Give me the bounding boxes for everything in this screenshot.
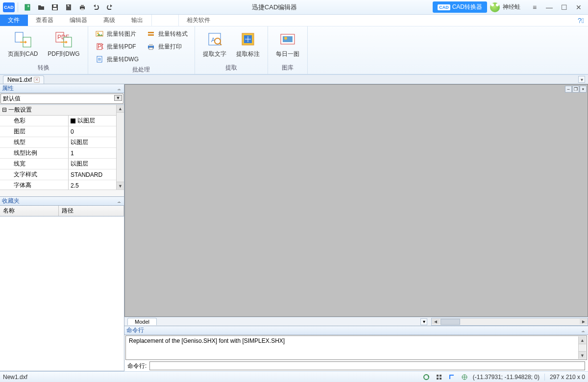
canvas-minimize-icon[interactable]: – bbox=[565, 86, 572, 93]
ortho-icon[interactable] bbox=[447, 373, 456, 382]
svg-rect-25 bbox=[149, 48, 153, 49]
properties-grid: 一般设置 色彩以图层图层0线型以图层线型比例1线宽以图层文字样式STANDARD… bbox=[0, 105, 124, 190]
app-title: 迅捷CAD编辑器 bbox=[116, 3, 433, 12]
save-icon[interactable] bbox=[49, 2, 61, 13]
tab-related-software[interactable]: 相关软件 bbox=[179, 15, 219, 26]
svg-rect-5 bbox=[53, 5, 56, 7]
daily-image-button[interactable]: 每日一图 bbox=[273, 28, 302, 60]
doc-tabs-chevron-icon[interactable]: ▾ bbox=[578, 76, 585, 83]
favorites-col-name[interactable]: 名称 bbox=[0, 206, 59, 216]
favorites-title: 收藏夹 bbox=[2, 197, 20, 205]
redo-icon[interactable] bbox=[103, 2, 116, 13]
batch-print-button[interactable]: 批量打印 bbox=[145, 41, 190, 52]
pin-icon[interactable]: ⫠ bbox=[117, 86, 122, 92]
svg-rect-6 bbox=[66, 4, 71, 10]
command-output: Replacement of the [Geniso.SHX] font wit… bbox=[125, 335, 587, 360]
property-value[interactable]: 1 bbox=[69, 148, 116, 159]
svg-rect-9 bbox=[81, 8, 84, 10]
close-button[interactable]: ✕ bbox=[572, 2, 585, 13]
avatar-icon[interactable] bbox=[490, 2, 500, 12]
property-value[interactable]: 2.5 bbox=[69, 180, 116, 190]
svg-rect-4 bbox=[53, 8, 57, 10]
ribbon: 页面到CAD PDF PDF到DWG 转换 批量转图片 PDF批量转PDF 批量… bbox=[0, 26, 588, 74]
canvas[interactable]: – ❐ × bbox=[124, 84, 588, 317]
undo-icon[interactable] bbox=[90, 2, 102, 13]
status-dimensions: 297 x 210 x 0 bbox=[544, 374, 585, 381]
maximize-button[interactable]: ☐ bbox=[558, 2, 570, 13]
property-value[interactable]: 以图层 bbox=[69, 159, 116, 169]
property-label: 线宽 bbox=[0, 159, 69, 169]
command-title: 命令行 bbox=[126, 326, 144, 334]
doc-close-icon[interactable]: × bbox=[34, 77, 40, 83]
pin-icon[interactable]: ⫠ bbox=[117, 198, 122, 204]
favorites-list bbox=[0, 216, 124, 371]
svg-text:PDF: PDF bbox=[98, 43, 103, 50]
pdf-to-dwg-button[interactable]: PDF PDF到DWG bbox=[45, 28, 82, 60]
favorites-col-path[interactable]: 路径 bbox=[59, 206, 124, 216]
pin-icon[interactable]: ⫠ bbox=[581, 328, 586, 334]
svg-rect-2 bbox=[28, 5, 28, 7]
property-value[interactable]: 以图层 bbox=[69, 137, 116, 148]
favorites-panel: 收藏夹⫠ 名称 路径 bbox=[0, 197, 124, 371]
user-name[interactable]: 神经蛙 bbox=[503, 3, 520, 11]
properties-selector[interactable]: 默认值 bbox=[0, 94, 123, 104]
osnap-icon[interactable] bbox=[460, 373, 469, 382]
batch-dwg-button[interactable]: 批量转DWG bbox=[93, 54, 141, 65]
svg-rect-35 bbox=[437, 375, 439, 377]
svg-rect-32 bbox=[283, 36, 293, 42]
svg-point-16 bbox=[97, 32, 99, 34]
property-label: 线型比例 bbox=[0, 148, 69, 159]
export-pdf-icon[interactable] bbox=[62, 2, 75, 13]
batch-format-button[interactable]: 批量转格式 bbox=[145, 28, 190, 39]
command-scrollbar[interactable]: ▲▼ bbox=[578, 336, 586, 359]
properties-panel: 属性⫠ 默认值 一般设置 色彩以图层图层0线型以图层线型比例1线宽以图层文字样式… bbox=[0, 84, 124, 197]
page-to-cad-button[interactable]: 页面到CAD bbox=[5, 28, 41, 60]
batch-pdf-button[interactable]: PDF批量转PDF bbox=[93, 41, 141, 52]
horizontal-scrollbar[interactable]: ◄► bbox=[431, 318, 588, 326]
print-icon[interactable] bbox=[76, 2, 89, 13]
tab-file[interactable]: 文件 bbox=[0, 15, 28, 26]
model-tab-bar: Model ▾ ◄► bbox=[124, 317, 588, 326]
svg-rect-36 bbox=[440, 375, 441, 377]
app-icon: CAD bbox=[3, 2, 15, 12]
open-folder-icon[interactable] bbox=[35, 2, 48, 13]
command-prompt-label: 命令行: bbox=[127, 362, 147, 370]
canvas-restore-icon[interactable]: ❐ bbox=[572, 86, 579, 93]
refresh-icon[interactable] bbox=[422, 373, 431, 382]
minimize-button[interactable]: — bbox=[543, 2, 556, 13]
tab-blank[interactable] bbox=[151, 15, 179, 26]
batch-image-button[interactable]: 批量转图片 bbox=[93, 28, 141, 39]
model-chevron-icon[interactable]: ▾ bbox=[420, 318, 427, 325]
property-label: 文字样式 bbox=[0, 169, 69, 180]
document-tab-bar: New1.dxf× ▾ bbox=[0, 74, 588, 84]
property-label: 字体高 bbox=[0, 180, 69, 190]
help-icon[interactable]: ?⃝ bbox=[578, 15, 584, 26]
command-input[interactable] bbox=[149, 361, 585, 370]
tab-viewer[interactable]: 查看器 bbox=[28, 15, 62, 26]
tab-output[interactable]: 输出 bbox=[123, 15, 151, 26]
status-coords: (-11.37931; -11.94828; 0) bbox=[473, 374, 539, 381]
properties-scrollbar[interactable]: ▲▼ bbox=[116, 105, 124, 190]
menu-icon[interactable]: ≡ bbox=[528, 2, 541, 13]
properties-section[interactable]: 一般设置 bbox=[0, 105, 116, 116]
property-value[interactable]: 0 bbox=[69, 126, 116, 137]
new-file-icon[interactable] bbox=[21, 2, 34, 13]
property-label: 线型 bbox=[0, 137, 69, 148]
status-bar: New1.dxf (-11.37931; -11.94828; 0) 297 x… bbox=[0, 371, 588, 382]
extract-annot-button[interactable]: 提取标注 bbox=[233, 28, 263, 60]
grid-icon[interactable] bbox=[435, 373, 443, 382]
ribbon-group-convert: 转换 bbox=[5, 63, 83, 74]
document-tab[interactable]: New1.dxf× bbox=[3, 75, 44, 84]
cad-converter-button[interactable]: CADCAD转换器 bbox=[433, 1, 487, 13]
property-value[interactable]: STANDARD bbox=[69, 169, 116, 180]
tab-editor[interactable]: 编辑器 bbox=[62, 15, 96, 26]
svg-rect-24 bbox=[149, 44, 153, 46]
tab-advanced[interactable]: 高级 bbox=[96, 15, 123, 26]
property-value[interactable]: 以图层 bbox=[69, 116, 116, 126]
canvas-close-icon[interactable]: × bbox=[580, 86, 587, 93]
property-label: 色彩 bbox=[0, 116, 69, 126]
model-tab[interactable]: Model bbox=[127, 318, 157, 325]
extract-text-button[interactable]: A 提取文字 bbox=[200, 28, 229, 60]
svg-rect-10 bbox=[15, 32, 23, 42]
ribbon-group-gallery: 图库 bbox=[273, 63, 302, 74]
